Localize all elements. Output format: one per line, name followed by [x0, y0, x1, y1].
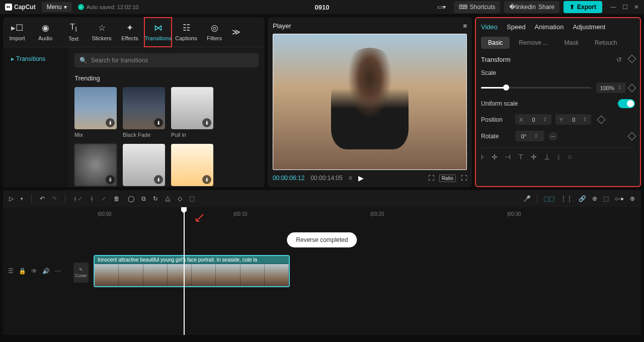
scan-icon[interactable]: ⛶	[428, 175, 434, 182]
distribute-v-icon[interactable]: ≡	[568, 153, 572, 161]
reset-icon[interactable]: ↺	[616, 56, 622, 63]
project-title[interactable]: 0910	[315, 4, 330, 11]
undo-icon[interactable]: ↶	[40, 195, 45, 202]
fullscreen-icon[interactable]: ⛶	[461, 175, 467, 182]
collapse-icon[interactable]: ☰	[8, 268, 14, 275]
distribute-h-icon[interactable]: ⫿	[557, 153, 560, 161]
chain-icon[interactable]: 🔗	[579, 195, 586, 202]
tab-import[interactable]: ▸☐Import	[3, 17, 31, 47]
align-top-icon[interactable]: ⊤	[518, 153, 524, 161]
tab-adjustment[interactable]: Adjustment	[573, 23, 605, 31]
shortcuts-button[interactable]: ⌨ Shortcuts	[454, 1, 501, 13]
tab-animation[interactable]: Animation	[535, 23, 564, 31]
transition-item[interactable]: ⬇Mix	[74, 87, 117, 138]
magnetic-icon[interactable]: ⬚⬚	[543, 195, 554, 202]
subtab-basic[interactable]: Basic	[481, 37, 510, 49]
align-left-icon[interactable]: ⊦	[481, 153, 485, 161]
trim-left-icon[interactable]: ⟊	[90, 195, 94, 202]
more-tabs-button[interactable]: ≫	[228, 27, 244, 37]
position-y-input[interactable]: Y 0 ⇕	[555, 114, 592, 125]
layout-icon[interactable]: ▭▾	[433, 2, 450, 13]
duplicate-icon[interactable]: ⧉	[141, 195, 146, 202]
rotate-input[interactable]: 0° ⇕	[515, 131, 544, 141]
ratio-button[interactable]: Ratio	[439, 175, 456, 182]
selection-tool-icon[interactable]: ▷	[9, 195, 14, 202]
tab-effects[interactable]: ✦Effects	[116, 17, 144, 47]
link-icon[interactable]: ⋮⋮	[560, 195, 573, 202]
download-icon[interactable]: ⬇	[106, 118, 115, 127]
share-button[interactable]: �linkedin Share	[504, 1, 559, 13]
align-center-v-icon[interactable]: ✛	[531, 153, 537, 161]
tab-stickers[interactable]: ☆Stickers	[88, 17, 116, 47]
marker-icon[interactable]: ◯	[128, 195, 134, 202]
dropdown-icon[interactable]: ▾	[21, 196, 23, 201]
subtab-mask[interactable]: Mask	[557, 37, 586, 49]
keyframe-icon[interactable]	[628, 132, 636, 140]
timeline[interactable]: |00:00 |00:10 |00:20 |00:30 Reverse comp…	[3, 207, 641, 335]
keyframe-icon[interactable]	[597, 115, 606, 124]
scale-slider[interactable]	[481, 87, 591, 89]
zoom-fit-icon[interactable]: ⊕	[630, 195, 635, 202]
download-icon[interactable]: ⬇	[202, 175, 211, 184]
trim-right-icon[interactable]: ⟋	[101, 195, 107, 202]
rotate-dial-icon[interactable]: —	[548, 132, 557, 141]
download-icon[interactable]: ⬇	[154, 118, 163, 127]
time-ruler[interactable]: |00:00 |00:10 |00:20 |00:30	[89, 209, 641, 220]
uniform-scale-toggle[interactable]	[618, 99, 635, 108]
export-button[interactable]: ⬆ Export	[564, 1, 602, 13]
transition-item[interactable]: ⬇Pull in	[171, 87, 213, 138]
menu-button[interactable]: Menu ▾	[42, 2, 72, 12]
lock-icon[interactable]: 🔒	[19, 268, 26, 275]
snap-icon[interactable]: ⊕	[592, 195, 597, 202]
delete-icon[interactable]: 🗑	[114, 195, 120, 202]
download-icon[interactable]: ⬇	[106, 175, 115, 184]
tab-audio[interactable]: ◉Audio	[31, 17, 59, 47]
transition-item[interactable]: ⬇	[74, 144, 117, 187]
step-icon[interactable]: ≡	[349, 175, 352, 182]
position-x-input[interactable]: X 0 ⇕	[515, 114, 551, 125]
cover-button[interactable]: ✎ Cover	[73, 263, 89, 283]
align-center-h-icon[interactable]: ✛	[492, 153, 498, 161]
subtab-retouch[interactable]: Retouch	[588, 37, 624, 49]
subtab-remove[interactable]: Remove ...	[512, 37, 555, 49]
tab-transitions[interactable]: ⋈Transitions	[144, 17, 172, 47]
download-icon[interactable]: ⬇	[154, 175, 163, 184]
mirror-icon[interactable]: ⧋	[165, 195, 171, 202]
mute-icon[interactable]: 🔊	[42, 268, 50, 275]
video-preview[interactable]	[273, 34, 467, 170]
minimize-icon[interactable]: —	[610, 4, 616, 11]
video-clip[interactable]: Innocent attractive beautiful young girl…	[94, 255, 290, 287]
keyframe-icon[interactable]	[628, 83, 636, 92]
transition-item[interactable]: ⬇Black Fade	[123, 87, 165, 138]
rotate-tool-icon[interactable]: ◇	[178, 195, 182, 202]
align-right-icon[interactable]: ⊣	[505, 153, 511, 161]
download-icon[interactable]: ⬇	[202, 118, 211, 127]
scale-value[interactable]: 100%⇕	[596, 82, 626, 93]
tab-captions[interactable]: ☷Captions	[172, 17, 200, 47]
reverse-icon[interactable]: ↻	[153, 195, 158, 202]
preview-icon[interactable]: ⬚	[603, 195, 609, 202]
mic-icon[interactable]: 🎤	[523, 195, 531, 202]
visibility-icon[interactable]: 👁	[31, 268, 37, 275]
crop-icon[interactable]: ⬚	[189, 195, 195, 202]
zoom-out-icon[interactable]: ○-●	[615, 195, 624, 202]
split-icon[interactable]: ⟊⟋	[73, 195, 83, 202]
playhead[interactable]	[184, 207, 185, 335]
transition-item[interactable]: ⬇	[171, 144, 213, 187]
keyframe-icon[interactable]	[628, 55, 636, 63]
search-input[interactable]: 🔍 Search for transitions	[74, 53, 259, 67]
close-icon[interactable]: ✕	[634, 4, 639, 11]
tab-filters[interactable]: ◎Filters	[200, 17, 228, 47]
more-icon[interactable]: ⋯	[55, 268, 61, 275]
tab-video[interactable]: Video	[481, 23, 498, 31]
sidebar-item-transitions[interactable]: ▸ Transitions	[7, 52, 64, 65]
maximize-icon[interactable]: ☐	[622, 4, 628, 11]
tab-text[interactable]: TIText	[59, 17, 88, 47]
menu-label: Menu	[47, 4, 62, 11]
redo-icon[interactable]: ↷	[52, 195, 57, 202]
play-button[interactable]: ▶	[358, 174, 364, 182]
align-bottom-icon[interactable]: ⊥	[544, 153, 550, 161]
transition-item[interactable]: ⬇	[123, 144, 165, 187]
player-menu-icon[interactable]: ≡	[463, 22, 467, 30]
tab-speed[interactable]: Speed	[507, 23, 526, 31]
